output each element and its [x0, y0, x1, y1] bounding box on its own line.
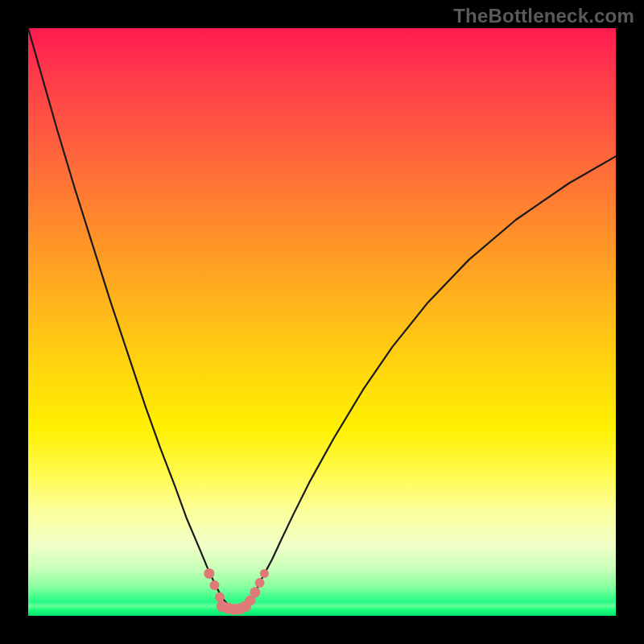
curve-markers — [204, 568, 269, 615]
curve-marker — [209, 580, 219, 590]
chart-overlay — [28, 28, 616, 616]
chart-frame: TheBottleneck.com — [0, 0, 644, 644]
curve-marker — [255, 578, 265, 588]
curve-marker — [250, 587, 260, 597]
curve-marker — [204, 568, 214, 579]
plot-area — [28, 28, 616, 616]
curve-marker — [215, 592, 225, 602]
curve-marker — [260, 569, 269, 578]
watermark-label: TheBottleneck.com — [453, 5, 634, 27]
bottleneck-curve — [28, 28, 616, 609]
